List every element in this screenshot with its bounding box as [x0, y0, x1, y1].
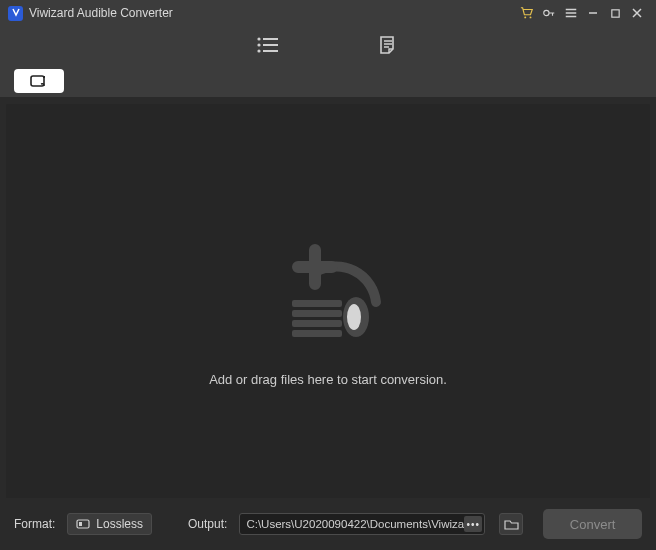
svg-point-0	[524, 16, 526, 18]
format-selector[interactable]: Lossless	[67, 513, 152, 535]
list-view-icon[interactable]	[253, 31, 283, 59]
view-toolbar	[0, 26, 656, 64]
note-view-icon[interactable]	[373, 31, 403, 59]
menu-icon[interactable]	[560, 2, 582, 24]
output-more-button[interactable]: •••	[464, 516, 482, 532]
svg-rect-7	[263, 44, 278, 46]
browse-output-button[interactable]	[499, 513, 523, 535]
format-value: Lossless	[96, 517, 143, 531]
drop-illustration-icon	[258, 222, 398, 352]
output-label: Output:	[188, 517, 227, 531]
svg-rect-5	[263, 38, 278, 40]
app-title: Viwizard Audible Converter	[29, 6, 173, 20]
svg-point-6	[257, 43, 260, 46]
minimize-button[interactable]	[582, 2, 604, 24]
svg-point-16	[347, 304, 361, 330]
maximize-button[interactable]	[604, 2, 626, 24]
svg-rect-14	[292, 330, 342, 337]
key-icon[interactable]	[538, 2, 560, 24]
add-files-button[interactable]	[14, 69, 64, 93]
convert-label: Convert	[570, 517, 616, 532]
footer: Format: Lossless Output: C:\Users\U20200…	[0, 498, 656, 550]
svg-rect-3	[611, 9, 618, 16]
svg-rect-18	[79, 522, 82, 526]
output-path: C:\Users\U2020090422\Documents\Viwiza	[246, 518, 464, 530]
format-label: Format:	[14, 517, 55, 531]
svg-point-1	[530, 16, 532, 18]
svg-point-2	[544, 10, 549, 15]
svg-rect-9	[263, 50, 278, 52]
drop-text: Add or drag files here to start conversi…	[209, 372, 447, 387]
add-row	[0, 64, 656, 98]
svg-point-4	[257, 37, 260, 40]
svg-rect-12	[292, 310, 342, 317]
titlebar: Viwizard Audible Converter	[0, 0, 656, 26]
svg-point-8	[257, 49, 260, 52]
close-button[interactable]	[626, 2, 648, 24]
format-icon	[76, 518, 90, 530]
convert-button[interactable]: Convert	[543, 509, 642, 539]
cart-icon[interactable]	[516, 2, 538, 24]
app-icon	[8, 6, 23, 21]
svg-rect-17	[77, 520, 89, 528]
svg-rect-11	[292, 300, 342, 307]
svg-rect-13	[292, 320, 342, 327]
drop-area[interactable]: Add or drag files here to start conversi…	[6, 104, 650, 504]
output-path-box[interactable]: C:\Users\U2020090422\Documents\Viwiza ••…	[239, 513, 485, 535]
